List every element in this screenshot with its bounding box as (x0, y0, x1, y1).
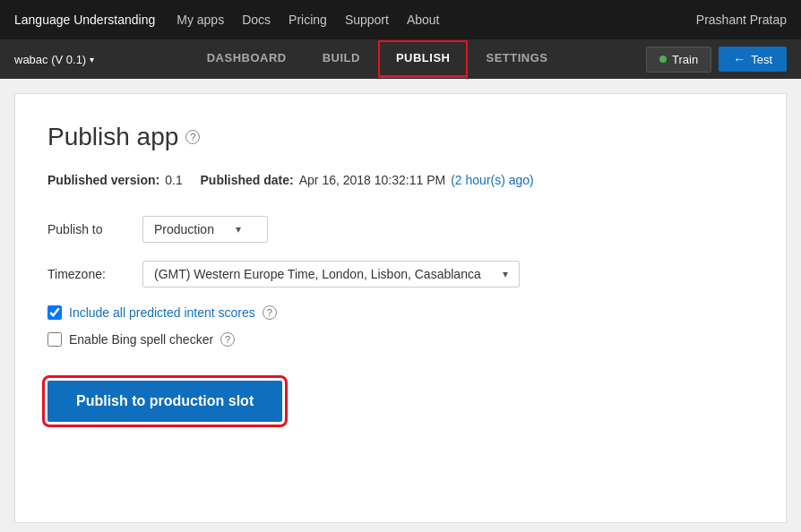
publish-to-production-button[interactable]: Publish to production slot (47, 381, 282, 422)
publish-to-label: Publish to (47, 222, 128, 236)
published-version-value: 0.1 (165, 173, 182, 187)
checkbox-predicted-intent[interactable] (47, 305, 62, 320)
published-date-value: Apr 16, 2018 10:32:11 PM (299, 173, 445, 187)
top-nav-links: My apps Docs Pricing Support About (177, 13, 675, 27)
title-help-icon[interactable]: ? (185, 130, 200, 144)
nav-my-apps[interactable]: My apps (177, 13, 224, 27)
train-button-label: Train (672, 53, 698, 66)
timezone-value: (GMT) Western Europe Time, London, Lisbo… (154, 267, 481, 281)
published-version-label: Published version: (47, 173, 159, 187)
train-button[interactable]: Train (646, 47, 711, 73)
app-selector-chevron: ▾ (90, 55, 94, 64)
train-status-dot (659, 56, 667, 63)
test-button[interactable]: ← Test (719, 47, 787, 72)
nav-docs[interactable]: Docs (242, 13, 271, 27)
checkbox-bing-spell[interactable] (47, 332, 62, 347)
secondary-nav: wabac (V 0.1) ▾ DASHBOARD BUILD PUBLISH … (0, 39, 801, 79)
page-title: Publish app (47, 123, 178, 151)
app-selector[interactable]: wabac (V 0.1) ▾ (14, 53, 94, 66)
publish-to-dropdown[interactable]: Production ▾ (142, 216, 268, 243)
published-ago: (2 hour(s) ago) (451, 173, 534, 187)
test-button-label: Test (751, 53, 772, 66)
main-content: Publish app ? Published version: 0.1 Pub… (14, 93, 787, 523)
tab-publish[interactable]: PUBLISH (378, 40, 469, 78)
brand-name[interactable]: Language Understanding (14, 13, 155, 27)
publish-to-row: Publish to Production ▾ (47, 216, 754, 243)
timezone-row: Timezone: (GMT) Western Europe Time, Lon… (47, 261, 754, 287)
checkbox-predicted-intent-label[interactable]: Include all predicted intent scores (69, 305, 255, 320)
tab-settings[interactable]: SETTINGS (468, 40, 565, 78)
top-nav: Language Understanding My apps Docs Pric… (0, 0, 801, 39)
timezone-dropdown[interactable]: (GMT) Western Europe Time, London, Lisbo… (142, 261, 520, 287)
checkbox-row-1: Include all predicted intent scores ? (47, 305, 754, 320)
checkbox-1-help-icon[interactable]: ? (263, 305, 277, 320)
tab-build[interactable]: BUILD (305, 40, 378, 78)
user-name: Prashant Pratap (696, 13, 787, 27)
checkbox-bing-spell-label[interactable]: Enable Bing spell checker (69, 332, 213, 347)
publish-to-value: Production (154, 222, 214, 236)
timezone-chevron: ▾ (503, 268, 508, 280)
tab-dashboard[interactable]: DASHBOARD (189, 40, 305, 78)
checkbox-2-help-icon[interactable]: ? (220, 332, 235, 347)
nav-support[interactable]: Support (345, 13, 389, 27)
secondary-nav-right: Train ← Test (646, 47, 787, 73)
app-name: wabac (V 0.1) (14, 53, 86, 66)
published-date-label: Published date: (201, 173, 294, 187)
publish-meta: Published version: 0.1 Published date: A… (47, 173, 754, 187)
secondary-nav-tabs: DASHBOARD BUILD PUBLISH SETTINGS (116, 40, 639, 78)
checkbox-row-2: Enable Bing spell checker ? (47, 332, 754, 347)
timezone-label: Timezone: (47, 267, 128, 281)
test-arrow-icon: ← (733, 52, 745, 66)
publish-to-chevron: ▾ (236, 223, 241, 236)
page-title-row: Publish app ? (47, 123, 754, 151)
nav-about[interactable]: About (407, 13, 440, 27)
nav-pricing[interactable]: Pricing (289, 13, 327, 27)
